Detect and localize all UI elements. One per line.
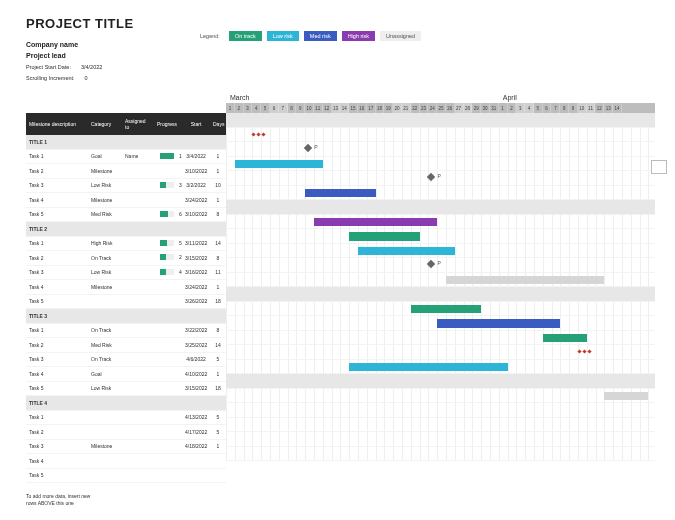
- day-cell: 21: [402, 103, 411, 113]
- legend-chip: High risk: [342, 31, 375, 41]
- gantt-row: [226, 403, 655, 418]
- table-row[interactable]: Task 4Goal4/10/20221: [26, 367, 226, 382]
- gantt-bar[interactable]: [358, 247, 455, 256]
- table-row[interactable]: Task 14/13/20225: [26, 411, 226, 426]
- col-description: Milestone description: [26, 121, 88, 127]
- day-cell: 30: [481, 103, 490, 113]
- gantt-bar[interactable]: [235, 160, 323, 169]
- scroll-increment-label: Scrolling Increment:: [26, 75, 75, 81]
- table-row[interactable]: Task 4: [26, 454, 226, 469]
- col-start: Start: [182, 121, 210, 127]
- table-row[interactable]: Task 2Med Risk3/25/202214: [26, 338, 226, 353]
- table-row[interactable]: Task 5Med Risk60%3/10/20228: [26, 208, 226, 223]
- table-row[interactable]: Task 3Milestone4/18/20221: [26, 440, 226, 455]
- table-row[interactable]: Task 5Low Risk3/15/202218: [26, 382, 226, 397]
- gantt-row: [226, 302, 655, 317]
- month-label: April: [499, 91, 622, 103]
- table-row[interactable]: Task 2Milestone3/10/20221: [26, 164, 226, 179]
- gantt-row: P: [226, 258, 655, 273]
- gantt-row: P: [226, 142, 655, 157]
- gantt-bar[interactable]: [314, 218, 437, 227]
- day-cell: 19: [384, 103, 393, 113]
- day-cell: 29: [472, 103, 481, 113]
- gantt-row: [226, 186, 655, 201]
- group-title-row: TITLE 3: [26, 309, 226, 324]
- day-cell: 13: [604, 103, 613, 113]
- day-cell: 18: [376, 103, 385, 113]
- day-cell: 6: [270, 103, 279, 113]
- day-cell: 12: [595, 103, 604, 113]
- company-name-label: Company name: [26, 41, 78, 48]
- day-cell: 7: [551, 103, 560, 113]
- gantt-row: [226, 360, 655, 375]
- gantt-bar[interactable]: [446, 276, 604, 285]
- table-row[interactable]: Task 4Milestone3/24/20221: [26, 280, 226, 295]
- day-cell: 24: [428, 103, 437, 113]
- gantt-bar[interactable]: [437, 319, 560, 328]
- gantt-bar[interactable]: [411, 305, 481, 314]
- day-cell: 1: [499, 103, 508, 113]
- day-cell: 15: [349, 103, 358, 113]
- day-cell: 8: [288, 103, 297, 113]
- legend-chip: Low risk: [267, 31, 299, 41]
- gantt-bar[interactable]: [604, 392, 648, 401]
- milestone-icon[interactable]: [304, 144, 312, 152]
- milestone-icon[interactable]: [427, 260, 435, 268]
- legend-chip: Med risk: [304, 31, 337, 41]
- col-days: Days: [210, 121, 226, 127]
- start-date-value[interactable]: 3/4/2022: [81, 64, 102, 70]
- legend: Legend: On trackLow riskMed riskHigh ris…: [200, 31, 421, 41]
- day-cell: 8: [560, 103, 569, 113]
- project-lead-label: Project lead: [26, 52, 66, 59]
- scroll-increment-value[interactable]: 0: [85, 75, 88, 81]
- gantt-row: [226, 229, 655, 244]
- table-row[interactable]: Task 1GoalName100%3/4/20221: [26, 150, 226, 165]
- day-cell: 25: [437, 103, 446, 113]
- gantt-row: [226, 128, 655, 143]
- gantt-bar[interactable]: [543, 334, 587, 343]
- goal-marker-icon: [577, 349, 581, 353]
- table-row[interactable]: Task 1On Track3/22/20228: [26, 324, 226, 339]
- day-cell: 12: [323, 103, 332, 113]
- gantt-row: [226, 331, 655, 346]
- day-cell: 2: [508, 103, 517, 113]
- gantt-row: [226, 316, 655, 331]
- col-category: Category: [88, 121, 122, 127]
- start-date-label: Project Start Date:: [26, 64, 71, 70]
- gantt-row: P: [226, 171, 655, 186]
- table-row[interactable]: Task 4Milestone3/24/20221: [26, 193, 226, 208]
- table-row[interactable]: Task 5: [26, 469, 226, 484]
- day-cell: 4: [525, 103, 534, 113]
- gantt-row: [226, 389, 655, 404]
- day-cell: 26: [446, 103, 455, 113]
- gantt-row: [226, 432, 655, 447]
- day-cell: 10: [305, 103, 314, 113]
- day-cell: 23: [420, 103, 429, 113]
- gantt-bar[interactable]: [305, 189, 375, 198]
- gantt-bar[interactable]: [349, 363, 507, 372]
- table-row[interactable]: Task 24/17/20225: [26, 425, 226, 440]
- day-cell: 3: [516, 103, 525, 113]
- goal-marker-icon: [582, 349, 586, 353]
- table-row[interactable]: Task 1High Risk50%3/11/202214: [26, 237, 226, 252]
- legend-chip: Unassigned: [380, 31, 421, 41]
- table-row[interactable]: Task 3Low Risk35%3/2/202210: [26, 179, 226, 194]
- table-row[interactable]: Task 3Low Risk40%3/16/202211: [26, 266, 226, 281]
- day-cell: 4: [252, 103, 261, 113]
- day-cell: 9: [569, 103, 578, 113]
- goal-marker-icon: [262, 132, 266, 136]
- legend-chip: On track: [229, 31, 262, 41]
- table-row[interactable]: Task 2On Track25%3/15/20228: [26, 251, 226, 266]
- milestone-icon[interactable]: [427, 173, 435, 181]
- day-cell: 11: [587, 103, 596, 113]
- gantt-row: [226, 215, 655, 230]
- col-assigned: Assigned to: [122, 118, 154, 130]
- table-row[interactable]: Task 3On Track4/6/20225: [26, 353, 226, 368]
- gantt-bar[interactable]: [349, 232, 419, 241]
- day-cell: 27: [455, 103, 464, 113]
- gantt-row: [226, 418, 655, 433]
- day-cell: 14: [613, 103, 622, 113]
- col-progress: Progress: [154, 121, 182, 127]
- day-cell: 2: [235, 103, 244, 113]
- table-row[interactable]: Task 53/26/202218: [26, 295, 226, 310]
